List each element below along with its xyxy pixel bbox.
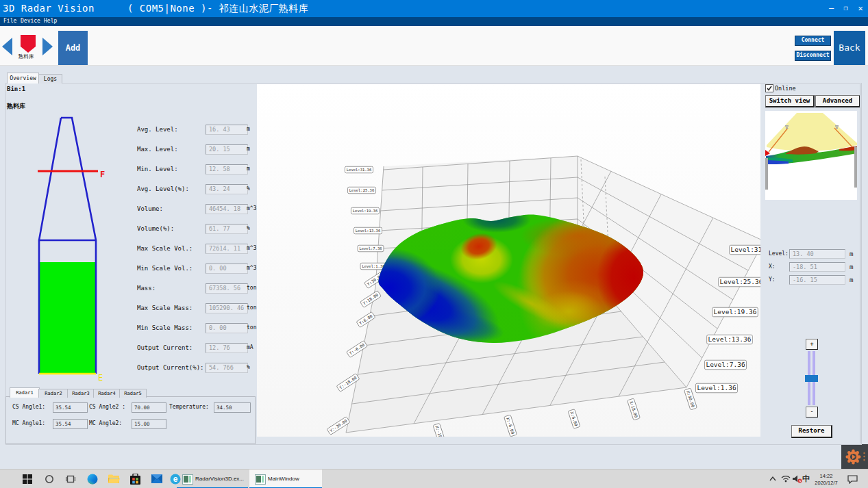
svg-text:Level:1.36: Level:1.36 <box>362 264 384 268</box>
z-axis-label-right: Level:1.36 <box>695 383 737 393</box>
svg-text:Level:7.36: Level:7.36 <box>359 246 382 251</box>
menu-item-file[interactable]: File <box>3 18 16 24</box>
screen-recorder-widget[interactable] <box>841 444 868 470</box>
volume-muted-icon[interactable] <box>793 475 802 483</box>
z-axis-label-right: Level:31.36 <box>730 245 760 255</box>
store-icon[interactable] <box>130 474 140 485</box>
taskbar: e RadarVision3D.ex...MainWindow 中 14:22 … <box>0 469 868 488</box>
z-axis-label-left: Level:19.36 <box>351 207 379 214</box>
x-axis-tick-label: X:18.00 <box>628 398 641 420</box>
radar-tab-radar1[interactable]: Radar1 <box>10 387 40 398</box>
z-axis-label-right: Level:7.36 <box>704 360 746 370</box>
z-axis-label-right: Level:25.36 <box>719 277 760 287</box>
app-window-icon <box>182 474 193 485</box>
start-button-icon[interactable] <box>23 474 32 484</box>
back-button[interactable]: Back <box>834 31 865 65</box>
taskbar-button-label: RadarVision3D.ex... <box>195 476 246 482</box>
app-window-icon <box>255 474 266 485</box>
silo-icon-label: 熟料库 <box>18 53 34 60</box>
svg-text:Level:7.36: Level:7.36 <box>706 361 745 368</box>
add-button[interactable]: Add <box>58 31 88 65</box>
radar-tab-radar5[interactable]: Radar5 <box>119 389 147 398</box>
search-icon[interactable] <box>45 474 54 484</box>
ime-indicator[interactable]: 中 <box>802 474 810 484</box>
radar-tab-radar4[interactable]: Radar4 <box>93 389 121 398</box>
connect-button[interactable]: Connect <box>795 36 831 46</box>
surface-3d-view[interactable]: Level:31.36Level:25.36Level:19.36Level:1… <box>257 84 760 437</box>
taskbar-button-label: MainWindow <box>268 476 320 482</box>
svg-text:Level:13.36: Level:13.36 <box>356 229 380 233</box>
task-view-icon[interactable] <box>66 474 75 484</box>
silo-icon[interactable] <box>20 34 36 53</box>
svg-text:Level:13.36: Level:13.36 <box>708 335 752 343</box>
menu-item-device[interactable]: Device <box>21 18 40 24</box>
svg-text:Level:19.36: Level:19.36 <box>714 308 757 316</box>
z-axis-label-right: Level:19.36 <box>712 307 758 317</box>
mail-icon[interactable] <box>151 474 162 483</box>
wifi-icon[interactable] <box>781 475 791 483</box>
svg-text:Level:31.36: Level:31.36 <box>347 168 371 172</box>
svg-text:Level:25.36: Level:25.36 <box>720 278 760 285</box>
z-axis-label-right: Level:13.36 <box>707 335 753 344</box>
next-silo-arrow[interactable] <box>42 38 53 55</box>
taskbar-button-radarvision[interactable]: RadarVision3D.ex... <box>177 470 248 488</box>
svg-text:Level:1.36: Level:1.36 <box>697 384 736 391</box>
x-axis-tick-label: X:6.00 <box>568 409 580 429</box>
z-axis-label-left: Level:25.36 <box>347 187 375 194</box>
title-bar: 3D Radar Vision( COM5|None )- 祁连山水泥厂熟料库 … <box>0 0 868 17</box>
disconnect-button[interactable]: Disconnect <box>795 51 831 61</box>
file-explorer-icon[interactable] <box>108 474 120 484</box>
z-axis-label-left: Level:7.36 <box>358 245 384 252</box>
close-button[interactable]: ✕ <box>853 0 868 17</box>
tray-expand-icon[interactable] <box>769 476 777 482</box>
radar-tab-radar3[interactable]: Radar3 <box>67 389 95 398</box>
tray-clock-date[interactable]: 2020/12/7 <box>810 480 842 486</box>
tab-logs[interactable]: Logs <box>38 74 62 84</box>
radar-groupbox <box>5 396 256 444</box>
tab-overview[interactable]: Overview <box>7 73 39 84</box>
tray-clock-time[interactable]: 14:22 <box>814 473 839 479</box>
menu-item-help[interactable]: Help <box>44 18 57 24</box>
x-axis-tick-label: X:-18.00 <box>433 423 447 437</box>
gear-icon <box>841 444 868 470</box>
z-axis-label-left: Level:31.36 <box>345 166 373 173</box>
svg-text:Level:25.36: Level:25.36 <box>349 188 374 192</box>
x-axis-tick-label: X:30.00 <box>684 388 697 410</box>
prev-silo-arrow[interactable] <box>2 38 12 55</box>
taskbar-button-mainwindow[interactable]: MainWindow <box>249 470 322 488</box>
window-title: 3D Radar Vision( COM5|None )- 祁连山水泥厂熟料库 <box>3 3 308 15</box>
x-axis-tick-label: X:-6.00 <box>504 415 517 437</box>
menu-bar: FileDeviceHelp <box>0 17 868 26</box>
z-axis-label-left: Level:13.36 <box>354 227 382 234</box>
svg-text:Level:31.36: Level:31.36 <box>731 246 760 253</box>
svg-text:Level:19.36: Level:19.36 <box>353 209 377 213</box>
edge-icon[interactable] <box>87 474 98 485</box>
radar-tab-radar2[interactable]: Radar2 <box>38 389 69 398</box>
toolbar: 熟料库 Add Connect Disconnect Back <box>0 26 868 66</box>
restore-button[interactable]: ❐ <box>839 0 853 17</box>
notification-icon[interactable] <box>847 475 858 484</box>
minimize-button[interactable]: – <box>824 0 839 17</box>
